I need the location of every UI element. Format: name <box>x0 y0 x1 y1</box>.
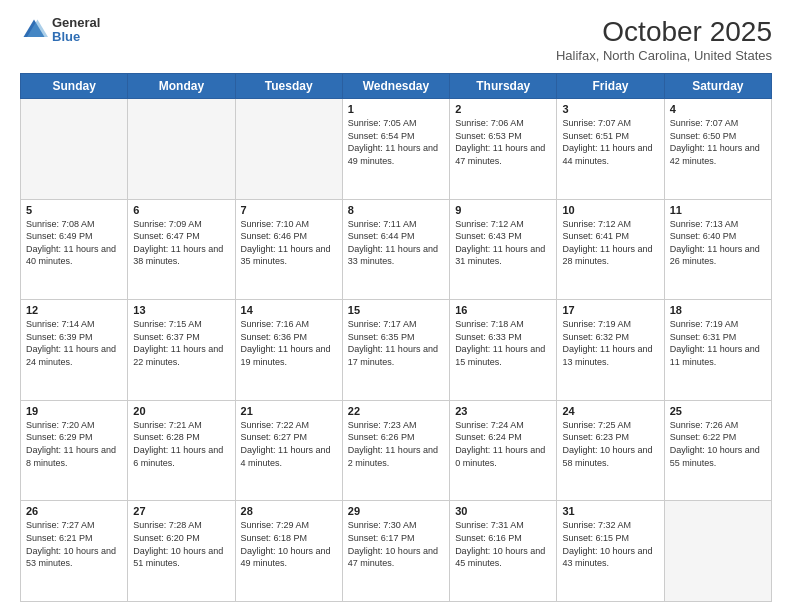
day-info: Sunrise: 7:05 AM Sunset: 6:54 PM Dayligh… <box>348 117 444 167</box>
calendar-day-cell: 21Sunrise: 7:22 AM Sunset: 6:27 PM Dayli… <box>235 400 342 501</box>
calendar-week-row: 26Sunrise: 7:27 AM Sunset: 6:21 PM Dayli… <box>21 501 772 602</box>
day-info: Sunrise: 7:16 AM Sunset: 6:36 PM Dayligh… <box>241 318 337 368</box>
day-info: Sunrise: 7:21 AM Sunset: 6:28 PM Dayligh… <box>133 419 229 469</box>
calendar-day-cell: 11Sunrise: 7:13 AM Sunset: 6:40 PM Dayli… <box>664 199 771 300</box>
calendar-day-cell: 12Sunrise: 7:14 AM Sunset: 6:39 PM Dayli… <box>21 300 128 401</box>
day-number: 20 <box>133 405 229 417</box>
day-number: 1 <box>348 103 444 115</box>
calendar-weekday-header: Wednesday <box>342 74 449 99</box>
day-info: Sunrise: 7:12 AM Sunset: 6:43 PM Dayligh… <box>455 218 551 268</box>
calendar-weekday-header: Thursday <box>450 74 557 99</box>
logo-text: General Blue <box>52 16 100 45</box>
calendar-week-row: 19Sunrise: 7:20 AM Sunset: 6:29 PM Dayli… <box>21 400 772 501</box>
calendar-day-cell: 16Sunrise: 7:18 AM Sunset: 6:33 PM Dayli… <box>450 300 557 401</box>
day-number: 10 <box>562 204 658 216</box>
day-info: Sunrise: 7:26 AM Sunset: 6:22 PM Dayligh… <box>670 419 766 469</box>
day-number: 31 <box>562 505 658 517</box>
logo: General Blue <box>20 16 100 45</box>
calendar-day-cell: 28Sunrise: 7:29 AM Sunset: 6:18 PM Dayli… <box>235 501 342 602</box>
calendar-day-cell: 30Sunrise: 7:31 AM Sunset: 6:16 PM Dayli… <box>450 501 557 602</box>
title-block: October 2025 Halifax, North Carolina, Un… <box>556 16 772 63</box>
calendar-weekday-header: Sunday <box>21 74 128 99</box>
calendar-day-cell: 24Sunrise: 7:25 AM Sunset: 6:23 PM Dayli… <box>557 400 664 501</box>
day-info: Sunrise: 7:19 AM Sunset: 6:32 PM Dayligh… <box>562 318 658 368</box>
logo-icon <box>20 16 48 44</box>
calendar-day-cell <box>21 99 128 200</box>
calendar-day-cell: 23Sunrise: 7:24 AM Sunset: 6:24 PM Dayli… <box>450 400 557 501</box>
day-number: 27 <box>133 505 229 517</box>
day-number: 3 <box>562 103 658 115</box>
calendar-day-cell: 2Sunrise: 7:06 AM Sunset: 6:53 PM Daylig… <box>450 99 557 200</box>
main-title: October 2025 <box>556 16 772 48</box>
calendar-day-cell: 15Sunrise: 7:17 AM Sunset: 6:35 PM Dayli… <box>342 300 449 401</box>
day-info: Sunrise: 7:11 AM Sunset: 6:44 PM Dayligh… <box>348 218 444 268</box>
day-number: 17 <box>562 304 658 316</box>
calendar-day-cell: 8Sunrise: 7:11 AM Sunset: 6:44 PM Daylig… <box>342 199 449 300</box>
day-info: Sunrise: 7:32 AM Sunset: 6:15 PM Dayligh… <box>562 519 658 569</box>
day-info: Sunrise: 7:09 AM Sunset: 6:47 PM Dayligh… <box>133 218 229 268</box>
day-number: 7 <box>241 204 337 216</box>
day-number: 28 <box>241 505 337 517</box>
calendar-day-cell: 5Sunrise: 7:08 AM Sunset: 6:49 PM Daylig… <box>21 199 128 300</box>
day-info: Sunrise: 7:07 AM Sunset: 6:51 PM Dayligh… <box>562 117 658 167</box>
calendar-day-cell: 18Sunrise: 7:19 AM Sunset: 6:31 PM Dayli… <box>664 300 771 401</box>
day-info: Sunrise: 7:20 AM Sunset: 6:29 PM Dayligh… <box>26 419 122 469</box>
day-number: 16 <box>455 304 551 316</box>
calendar-day-cell: 17Sunrise: 7:19 AM Sunset: 6:32 PM Dayli… <box>557 300 664 401</box>
day-number: 13 <box>133 304 229 316</box>
calendar-weekday-header: Saturday <box>664 74 771 99</box>
day-info: Sunrise: 7:19 AM Sunset: 6:31 PM Dayligh… <box>670 318 766 368</box>
day-info: Sunrise: 7:17 AM Sunset: 6:35 PM Dayligh… <box>348 318 444 368</box>
day-info: Sunrise: 7:08 AM Sunset: 6:49 PM Dayligh… <box>26 218 122 268</box>
calendar-week-row: 1Sunrise: 7:05 AM Sunset: 6:54 PM Daylig… <box>21 99 772 200</box>
calendar-day-cell: 13Sunrise: 7:15 AM Sunset: 6:37 PM Dayli… <box>128 300 235 401</box>
day-number: 4 <box>670 103 766 115</box>
header: General Blue October 2025 Halifax, North… <box>20 16 772 63</box>
day-number: 12 <box>26 304 122 316</box>
day-info: Sunrise: 7:12 AM Sunset: 6:41 PM Dayligh… <box>562 218 658 268</box>
day-number: 5 <box>26 204 122 216</box>
calendar-day-cell <box>664 501 771 602</box>
day-number: 30 <box>455 505 551 517</box>
day-info: Sunrise: 7:27 AM Sunset: 6:21 PM Dayligh… <box>26 519 122 569</box>
day-info: Sunrise: 7:18 AM Sunset: 6:33 PM Dayligh… <box>455 318 551 368</box>
day-info: Sunrise: 7:25 AM Sunset: 6:23 PM Dayligh… <box>562 419 658 469</box>
calendar-day-cell: 25Sunrise: 7:26 AM Sunset: 6:22 PM Dayli… <box>664 400 771 501</box>
calendar-day-cell <box>128 99 235 200</box>
day-number: 22 <box>348 405 444 417</box>
calendar-day-cell: 26Sunrise: 7:27 AM Sunset: 6:21 PM Dayli… <box>21 501 128 602</box>
calendar-day-cell: 27Sunrise: 7:28 AM Sunset: 6:20 PM Dayli… <box>128 501 235 602</box>
day-number: 6 <box>133 204 229 216</box>
day-info: Sunrise: 7:13 AM Sunset: 6:40 PM Dayligh… <box>670 218 766 268</box>
day-info: Sunrise: 7:31 AM Sunset: 6:16 PM Dayligh… <box>455 519 551 569</box>
day-number: 18 <box>670 304 766 316</box>
day-number: 14 <box>241 304 337 316</box>
day-info: Sunrise: 7:24 AM Sunset: 6:24 PM Dayligh… <box>455 419 551 469</box>
day-number: 24 <box>562 405 658 417</box>
page: General Blue October 2025 Halifax, North… <box>0 0 792 612</box>
calendar-week-row: 5Sunrise: 7:08 AM Sunset: 6:49 PM Daylig… <box>21 199 772 300</box>
day-number: 23 <box>455 405 551 417</box>
day-number: 26 <box>26 505 122 517</box>
calendar-day-cell: 7Sunrise: 7:10 AM Sunset: 6:46 PM Daylig… <box>235 199 342 300</box>
day-number: 9 <box>455 204 551 216</box>
logo-blue: Blue <box>52 30 100 44</box>
day-number: 29 <box>348 505 444 517</box>
day-number: 21 <box>241 405 337 417</box>
calendar-day-cell: 10Sunrise: 7:12 AM Sunset: 6:41 PM Dayli… <box>557 199 664 300</box>
calendar-weekday-header: Friday <box>557 74 664 99</box>
day-number: 25 <box>670 405 766 417</box>
calendar-table: SundayMondayTuesdayWednesdayThursdayFrid… <box>20 73 772 602</box>
day-info: Sunrise: 7:28 AM Sunset: 6:20 PM Dayligh… <box>133 519 229 569</box>
calendar-day-cell: 29Sunrise: 7:30 AM Sunset: 6:17 PM Dayli… <box>342 501 449 602</box>
calendar-day-cell: 31Sunrise: 7:32 AM Sunset: 6:15 PM Dayli… <box>557 501 664 602</box>
day-info: Sunrise: 7:30 AM Sunset: 6:17 PM Dayligh… <box>348 519 444 569</box>
day-info: Sunrise: 7:14 AM Sunset: 6:39 PM Dayligh… <box>26 318 122 368</box>
calendar-day-cell: 14Sunrise: 7:16 AM Sunset: 6:36 PM Dayli… <box>235 300 342 401</box>
calendar-day-cell: 22Sunrise: 7:23 AM Sunset: 6:26 PM Dayli… <box>342 400 449 501</box>
day-info: Sunrise: 7:29 AM Sunset: 6:18 PM Dayligh… <box>241 519 337 569</box>
day-number: 8 <box>348 204 444 216</box>
subtitle: Halifax, North Carolina, United States <box>556 48 772 63</box>
day-number: 19 <box>26 405 122 417</box>
calendar-week-row: 12Sunrise: 7:14 AM Sunset: 6:39 PM Dayli… <box>21 300 772 401</box>
